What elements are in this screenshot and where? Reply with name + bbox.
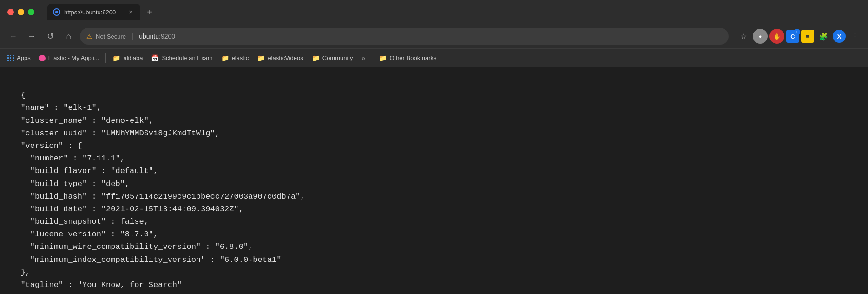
security-warning-icon: ⚠ (86, 33, 92, 40)
tab-bar: https://ubuntu:9200 × + (47, 4, 861, 20)
extension-blue-button[interactable]: C 1 (786, 30, 799, 43)
bookmark-divider-1 (105, 53, 106, 63)
extension-red-button[interactable]: ✋ (769, 29, 784, 44)
bookmark-button[interactable]: ☆ (736, 29, 751, 44)
bookmark-elastic-folder-label: elastic (232, 54, 249, 61)
back-button[interactable]: ← (6, 29, 20, 44)
traffic-lights (7, 9, 34, 15)
nav-actions: ☆ ● ✋ C 1 ≡ 🧩 X ⋮ (736, 29, 862, 44)
tab-title: https://ubuntu:9200 (64, 9, 123, 16)
bookmark-elastic-folder[interactable]: 📁 elastic (217, 53, 253, 64)
extension-yellow-button[interactable]: ≡ (801, 30, 814, 43)
folder-icon: 📁 (379, 54, 387, 62)
folder-icon: 📁 (112, 54, 120, 62)
bookmark-divider-2 (372, 53, 372, 63)
extension-gray-button[interactable]: ● (753, 29, 768, 44)
svg-point-1 (55, 11, 58, 13)
bookmark-apps[interactable]: Apps (4, 53, 34, 63)
close-window-button[interactable] (7, 9, 14, 15)
minimize-window-button[interactable] (18, 9, 24, 15)
bookmark-other-label: Other Bookmarks (389, 54, 436, 61)
elastic-favicon (39, 55, 46, 61)
profile-button[interactable]: X (833, 30, 846, 43)
bookmark-community-label: Community (322, 54, 353, 61)
apps-label: Apps (17, 54, 31, 61)
extensions-button[interactable]: 🧩 (816, 29, 831, 44)
home-button[interactable]: ⌂ (61, 29, 76, 44)
bookmark-alibaba[interactable]: 📁 alibaba (109, 53, 146, 64)
bookmark-elastic-label: Elastic - My Appli... (48, 54, 99, 61)
new-tab-button[interactable]: + (142, 5, 157, 20)
bookmark-alibaba-label: alibaba (123, 54, 143, 61)
forward-button[interactable]: → (24, 29, 39, 44)
schedule-favicon: 📅 (151, 54, 159, 62)
more-bookmarks-button[interactable]: » (358, 52, 369, 64)
title-bar: https://ubuntu:9200 × + (0, 0, 868, 24)
chrome-menu-button[interactable]: ⋮ (848, 29, 862, 44)
maximize-window-button[interactable] (28, 9, 34, 15)
bookmarks-bar: Apps Elastic - My Appli... 📁 alibaba 📅 S… (0, 48, 868, 67)
bookmark-elasticvideos-label: elasticVideos (268, 54, 303, 61)
json-content: { "name" : "elk-1", "cluster_name" : "de… (0, 67, 868, 294)
nav-bar: ← → ↺ ⌂ ⚠ Not Secure | ubuntu:9200 ☆ ● ✋… (0, 24, 868, 48)
apps-grid-icon (7, 55, 14, 61)
address-bar[interactable]: ⚠ Not Secure | ubuntu:9200 (80, 28, 729, 45)
tab-favicon (53, 8, 60, 16)
reload-button[interactable]: ↺ (43, 29, 58, 44)
bookmark-schedule-exam[interactable]: 📅 Schedule an Exam (147, 53, 216, 64)
extension-badge: 1 (794, 29, 800, 35)
folder-icon: 📁 (257, 54, 265, 62)
folder-icon: 📁 (221, 54, 229, 62)
bookmark-community[interactable]: 📁 Community (308, 53, 357, 64)
bookmark-other[interactable]: 📁 Other Bookmarks (375, 53, 440, 64)
url-display: ubuntu:9200 (139, 33, 722, 40)
active-tab[interactable]: https://ubuntu:9200 × (47, 4, 140, 20)
address-divider: | (132, 32, 133, 40)
bookmark-elastic-myapps[interactable]: Elastic - My Appli... (35, 53, 103, 63)
bookmark-elasticvideos[interactable]: 📁 elasticVideos (253, 53, 307, 64)
not-secure-label: Not Secure (96, 33, 126, 40)
bookmark-schedule-label: Schedule an Exam (162, 54, 212, 61)
folder-icon: 📁 (312, 54, 320, 62)
tab-close-button[interactable]: × (126, 8, 135, 16)
